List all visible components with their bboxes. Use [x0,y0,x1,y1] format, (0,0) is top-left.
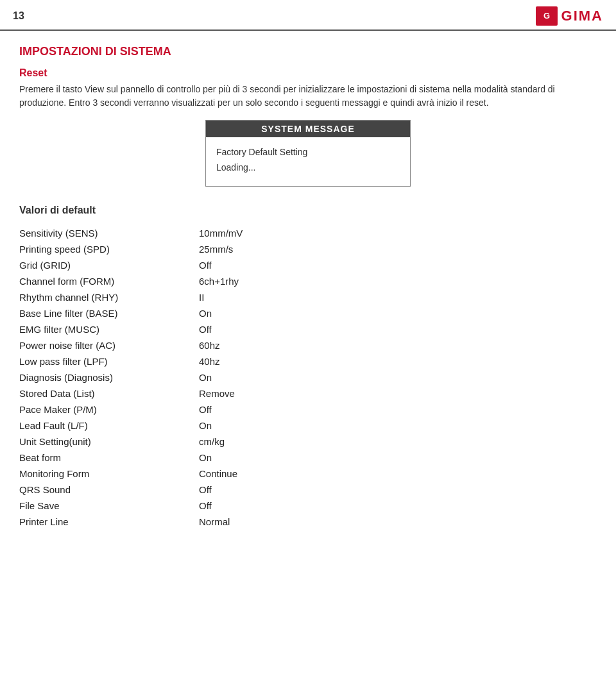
logo-icon: G [540,8,554,22]
system-message-container: SYSTEM MESSAGE Factory Default Setting L… [19,120,597,187]
row-label: Beat form [19,450,186,466]
intro-text: Premere il tasto View sul pannello di co… [19,83,578,110]
row-value: 25mm/s [186,241,597,257]
reset-heading: Reset [19,67,597,79]
row-label: Printing speed (SPD) [19,241,186,257]
system-message-body: Factory Default Setting Loading... [206,137,410,186]
row-value: Normal [186,514,597,530]
row-label: Stored Data (List) [19,385,186,401]
row-label: Base Line filter (BASE) [19,305,186,321]
logo-badge: G [536,6,558,26]
system-message-box: SYSTEM MESSAGE Factory Default Setting L… [205,120,411,187]
table-row: Power noise filter (AC)60hz [19,337,597,353]
row-label: QRS Sound [19,482,186,498]
row-label: File Save [19,498,186,514]
row-label: Pace Maker (P/M) [19,401,186,417]
row-value: Remove [186,385,597,401]
table-row: Rhythm channel (RHY)II [19,289,597,305]
row-value: On [186,417,597,434]
table-row: Stored Data (List)Remove [19,385,597,401]
row-label: Power noise filter (AC) [19,337,186,353]
page-number: 13 [13,10,24,22]
row-value: Off [186,482,597,498]
table-row: File SaveOff [19,498,597,514]
defaults-table: Sensitivity (SENS)10mm/mVPrinting speed … [19,225,597,530]
table-row: Lead Fault (L/F)On [19,417,597,434]
table-row: Channel form (FORM)6ch+1rhy [19,273,597,289]
section-title: IMPOSTAZIONI DI SISTEMA [19,45,597,58]
row-value: On [186,305,597,321]
row-value: On [186,450,597,466]
row-value: Off [186,257,597,273]
table-row: Printer LineNormal [19,514,597,530]
main-content: IMPOSTAZIONI DI SISTEMA Reset Premere il… [0,31,616,543]
row-label: Printer Line [19,514,186,530]
row-label: Channel form (FORM) [19,273,186,289]
row-value: 10mm/mV [186,225,597,241]
row-value: cm/kg [186,434,597,450]
row-label: Low pass filter (LPF) [19,353,186,369]
row-value: 60hz [186,337,597,353]
system-message-line1: Factory Default Setting [216,145,400,160]
table-row: Beat formOn [19,450,597,466]
row-label: Diagnosis (Diagnosis) [19,369,186,385]
table-row: QRS SoundOff [19,482,597,498]
row-value: 6ch+1rhy [186,273,597,289]
row-label: Grid (GRID) [19,257,186,273]
table-row: Grid (GRID)Off [19,257,597,273]
page-header: 13 G GIMA [0,0,616,31]
row-label: Monitoring Form [19,466,186,482]
table-row: Low pass filter (LPF)40hz [19,353,597,369]
row-label: Sensitivity (SENS) [19,225,186,241]
svg-text:G: G [543,11,549,21]
table-row: EMG filter (MUSC)Off [19,321,597,337]
row-value: On [186,369,597,385]
table-row: Unit Setting(unit)cm/kg [19,434,597,450]
table-row: Monitoring FormContinue [19,466,597,482]
row-value: 40hz [186,353,597,369]
row-label: Lead Fault (L/F) [19,417,186,434]
logo-area: G GIMA [536,6,603,26]
system-message-header: SYSTEM MESSAGE [206,121,410,137]
row-label: EMG filter (MUSC) [19,321,186,337]
logo-text: GIMA [561,8,603,24]
table-row: Printing speed (SPD)25mm/s [19,241,597,257]
row-value: Continue [186,466,597,482]
row-value: Off [186,498,597,514]
system-message-line2: Loading... [216,160,400,176]
table-row: Diagnosis (Diagnosis)On [19,369,597,385]
row-label: Rhythm channel (RHY) [19,289,186,305]
row-value: II [186,289,597,305]
row-value: Off [186,321,597,337]
row-label: Unit Setting(unit) [19,434,186,450]
defaults-title: Valori di default [19,205,597,216]
table-row: Pace Maker (P/M)Off [19,401,597,417]
table-row: Sensitivity (SENS)10mm/mV [19,225,597,241]
row-value: Off [186,401,597,417]
table-row: Base Line filter (BASE)On [19,305,597,321]
